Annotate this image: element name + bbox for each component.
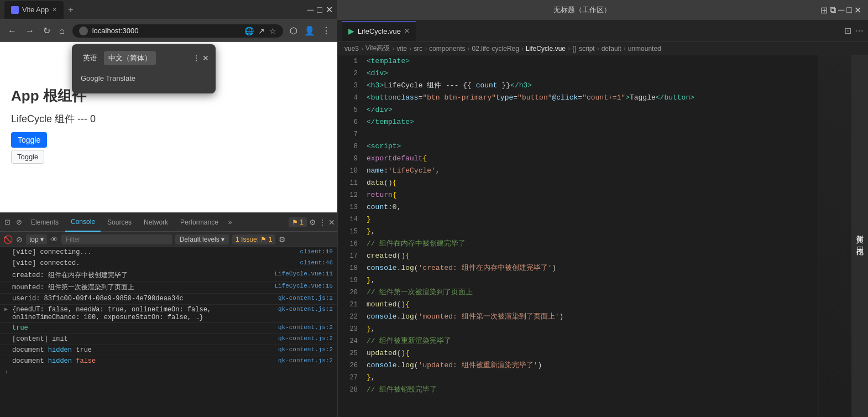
translate-icon[interactable]: 🌐: [244, 27, 254, 35]
tab-elements[interactable]: Elements: [25, 213, 64, 232]
breadcrumb-sep: ›: [624, 45, 626, 53]
log-source[interactable]: qk-content.js:2: [278, 335, 333, 342]
code-line-17: created() {: [367, 250, 814, 262]
toggle-button-1[interactable]: Toggle: [11, 132, 47, 148]
forward-button[interactable]: →: [22, 24, 38, 38]
log-source[interactable]: qk-content.js:2: [278, 324, 333, 331]
breadcrumb-lifecycle-reg[interactable]: 02.life-cycleReg: [472, 45, 519, 53]
breadcrumb-vite[interactable]: vite: [397, 45, 407, 53]
vscode-title: 无标题（工作区）: [344, 5, 820, 15]
vscode-layout-icon[interactable]: ⊞: [820, 5, 828, 15]
devtools-settings-icon[interactable]: ⚙: [309, 218, 316, 227]
log-source[interactable]: client:19: [300, 248, 333, 255]
filter-icon[interactable]: ⊘: [16, 235, 23, 244]
lang-to-button[interactable]: 中文（简体）: [104, 51, 156, 65]
log-row: mounted: 组件第一次被渲染到了页面上 LifeCycle.vue:15: [0, 282, 337, 294]
address-bar[interactable]: localhost:3000 🌐 ↗ ☆: [72, 24, 283, 38]
log-source[interactable]: LifeCycle.vue:15: [274, 283, 333, 289]
console-filter-input[interactable]: [61, 234, 172, 244]
breadcrumb-vite-advanced[interactable]: Vite高级: [365, 44, 390, 53]
console-toolbar: 🚫 ⊘ top ▾ 👁 Default levels ▾ 1 Issue: ⚑ …: [0, 232, 337, 247]
translate-close-icon[interactable]: ✕: [202, 54, 209, 62]
toggle-button-2[interactable]: Toggle: [11, 150, 44, 164]
right-sidebar: 制作人：周杰伦: [851, 55, 868, 417]
editor-file-tab[interactable]: ▶ LifeCycle.vue ✕: [342, 21, 416, 41]
tab-sources[interactable]: Sources: [102, 213, 137, 232]
clear-console-icon[interactable]: 🚫: [3, 235, 13, 244]
code-line-2: <div>: [367, 67, 814, 80]
log-source[interactable]: qk-content.js:2: [278, 295, 333, 301]
lang-from-button[interactable]: 英语: [79, 51, 102, 65]
log-source[interactable]: client:46: [300, 259, 333, 266]
devtools-close-icon[interactable]: ✕: [328, 218, 335, 227]
top-context-selector[interactable]: top ▾: [26, 234, 47, 244]
log-source[interactable]: LifeCycle.vue:11: [274, 270, 333, 277]
console-logs[interactable]: [vite] connecting... client:19 [vite] co…: [0, 247, 337, 417]
editor-tab-close-icon[interactable]: ✕: [404, 27, 410, 35]
code-line-21: mounted() {: [367, 299, 814, 311]
breadcrumb-script[interactable]: script: [579, 45, 595, 53]
split-editor-icon[interactable]: ⊡: [844, 25, 851, 36]
expand-icon[interactable]: ▶: [4, 306, 10, 312]
code-line-14: }: [367, 213, 814, 226]
devtools-toggle-icon[interactable]: ⊡: [2, 218, 13, 226]
log-source[interactable]: qk-content.js:2: [278, 306, 333, 312]
more-options-button[interactable]: ⋮: [320, 23, 333, 38]
breadcrumb-sep: ›: [597, 45, 599, 53]
log-text: true: [12, 324, 274, 332]
eye-icon[interactable]: 👁: [50, 235, 58, 244]
log-level-selector[interactable]: Default levels ▾: [175, 234, 229, 244]
profile-button[interactable]: 👤: [302, 23, 317, 38]
code-line-26: console.log('updated: 组件被重新渲染完毕了'): [367, 359, 814, 372]
console-settings-icon[interactable]: ⚙: [279, 235, 286, 244]
tab-performance[interactable]: Performance: [175, 213, 224, 232]
breadcrumb-unmounted[interactable]: unmounted: [628, 45, 661, 53]
tab-more[interactable]: »: [225, 218, 236, 226]
breadcrumb-sep: ›: [393, 45, 395, 53]
code-line-16: // 组件在内存中被创建完毕了: [367, 238, 814, 250]
breadcrumb-default[interactable]: default: [602, 45, 621, 53]
line-numbers: 1 2 3 4 5 6 7 8 9 10 11 12 13 14: [338, 55, 362, 417]
tab-console[interactable]: Console: [65, 213, 101, 232]
vscode-minimize-icon[interactable]: ─: [838, 5, 844, 15]
issue-badge[interactable]: ⚑ 1: [289, 217, 307, 227]
log-source[interactable]: qk-content.js:2: [278, 357, 333, 364]
breadcrumb-components[interactable]: components: [429, 45, 465, 53]
vscode-split-icon[interactable]: ⧉: [830, 5, 836, 15]
translate-more-icon[interactable]: ⋮: [192, 54, 200, 62]
breadcrumb-sep: ›: [521, 45, 524, 53]
tab-network[interactable]: Network: [138, 213, 174, 232]
breadcrumb-sep: ›: [425, 45, 427, 53]
home-button[interactable]: ⌂: [56, 24, 68, 38]
browser-tab[interactable]: Vite App ✕: [4, 1, 64, 19]
vscode-restore-icon[interactable]: □: [846, 5, 852, 15]
refresh-button[interactable]: ↻: [40, 23, 54, 38]
close-icon[interactable]: ✕: [52, 6, 57, 13]
code-editor[interactable]: 1 2 3 4 5 6 7 8 9 10 11 12 13 14: [338, 55, 851, 417]
log-text: mounted: 组件第一次被渲染到了页面上: [12, 283, 270, 292]
code-line-24: // 组件被重新渲染完毕了: [367, 335, 814, 347]
new-tab-button[interactable]: +: [66, 5, 75, 15]
minimize-icon[interactable]: ─: [307, 5, 313, 15]
bookmark-icon[interactable]: ☆: [269, 27, 276, 35]
translate-popup: 英语 中文（简体） ⋮ ✕ Google Translate: [72, 44, 216, 93]
close-window-icon[interactable]: ✕: [326, 4, 333, 15]
devtools-tabs: ⊡ ⊘ Elements Console Sources Network Per…: [0, 213, 337, 232]
log-source[interactable]: qk-content.js:2: [278, 346, 333, 353]
more-editor-icon[interactable]: ⋯: [855, 25, 864, 36]
back-button[interactable]: ←: [4, 24, 20, 38]
code-line-22: console.log('mounted: 组件第一次被渲染到了页面上'): [367, 311, 814, 323]
breadcrumb-src[interactable]: src: [414, 45, 422, 53]
secure-icon: [79, 27, 88, 35]
log-row: created: 组件在内存中被创建完毕了 LifeCycle.vue:11: [0, 269, 337, 282]
issue-badge-toolbar[interactable]: 1 Issue: ⚑ 1: [232, 234, 275, 244]
share-icon[interactable]: ↗: [258, 27, 265, 35]
vscode-close-icon[interactable]: ✕: [854, 5, 861, 15]
breadcrumb-vue3[interactable]: vue3: [344, 45, 359, 53]
devtools-panel: ⊡ ⊘ Elements Console Sources Network Per…: [0, 212, 337, 417]
devtools-more-icon[interactable]: ⋮: [318, 218, 326, 227]
extensions-button[interactable]: ⬡: [287, 23, 300, 38]
devtools-block-icon[interactable]: ⊘: [14, 218, 24, 226]
maximize-icon[interactable]: □: [317, 5, 322, 15]
breadcrumb-file[interactable]: LifeCycle.vue: [526, 45, 566, 53]
